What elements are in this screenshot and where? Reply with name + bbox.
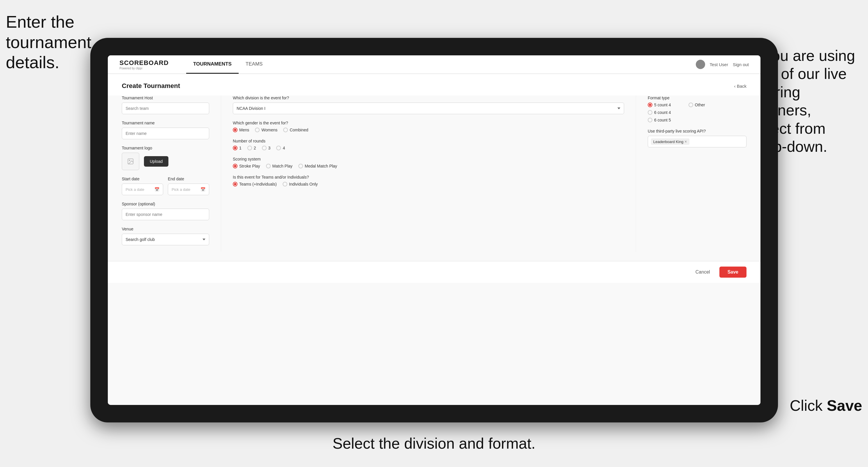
form-right-column: Format type 5 count 4 6 count 4 (636, 96, 746, 252)
rounds-4[interactable]: 4 (276, 146, 285, 150)
rounds-1[interactable]: 1 (233, 146, 242, 150)
rounds-2-label: 2 (254, 146, 256, 150)
format-5count4-radio[interactable] (648, 102, 652, 107)
format-6count4[interactable]: 6 count 4 (648, 110, 671, 115)
livescoring-group: Use third-party live scoring API? Leader… (648, 129, 746, 148)
scoring-group: Scoring system Stroke Play Match Play (233, 157, 624, 168)
venue-label: Venue (122, 227, 209, 231)
individuals-only-label: Individuals Only (289, 182, 318, 186)
livescoring-tag-container[interactable]: Leaderboard King × (648, 136, 746, 148)
brand: SCOREBOARD Powered by clippi (120, 59, 169, 70)
gender-womens-radio[interactable] (255, 128, 259, 132)
form-left-column: Tournament Host Tournament name Tourname… (122, 96, 221, 252)
format-other-label: Other (695, 102, 705, 107)
sponsor-label: Sponsor (optional) (122, 201, 209, 206)
venue-select[interactable]: Search golf club (122, 234, 209, 245)
scoring-stroke-radio[interactable] (233, 164, 238, 168)
gender-mens-radio[interactable] (233, 128, 238, 132)
scoring-medal-label: Medal Match Play (305, 164, 337, 168)
gender-mens[interactable]: Mens (233, 128, 249, 132)
individuals-only-radio[interactable] (283, 182, 287, 186)
date-row: Start date Pick a date 📅 End date Pick a… (122, 177, 209, 195)
division-select-wrapper: NCAA Division I (233, 102, 624, 114)
brand-title: SCOREBOARD (120, 59, 169, 67)
form-body: Tournament Host Tournament name Tourname… (108, 96, 761, 261)
name-label: Tournament name (122, 121, 209, 125)
scoring-stroke[interactable]: Stroke Play (233, 164, 260, 168)
format-other[interactable]: Other (688, 102, 705, 107)
scoring-medal[interactable]: Medal Match Play (298, 164, 337, 168)
nav-tournaments[interactable]: TOURNAMENTS (186, 55, 239, 74)
gender-radio-group: Mens Womens Combined (233, 128, 624, 132)
signout-link[interactable]: Sign out (733, 62, 749, 67)
format-6count5-radio[interactable] (648, 118, 652, 122)
host-search-input[interactable] (122, 102, 209, 114)
format-other-radio[interactable] (688, 102, 693, 107)
individuals-only[interactable]: Individuals Only (283, 182, 318, 186)
teams-radio-group: Teams (+Individuals) Individuals Only (233, 182, 624, 186)
rounds-1-radio[interactable] (233, 146, 238, 150)
logo-placeholder (122, 153, 139, 170)
user-name: Test User (710, 62, 728, 67)
end-date-input[interactable]: Pick a date 📅 (168, 184, 209, 195)
end-date-placeholder: Pick a date (172, 187, 190, 192)
scoring-match[interactable]: Match Play (266, 164, 292, 168)
rounds-2[interactable]: 2 (247, 146, 256, 150)
scoring-medal-radio[interactable] (298, 164, 303, 168)
nav-teams[interactable]: TEAMS (239, 55, 270, 74)
format-6count4-radio[interactable] (648, 110, 652, 115)
format-5count4[interactable]: 5 count 4 (648, 102, 671, 107)
livescoring-tag-remove[interactable]: × (684, 139, 687, 144)
tablet-screen: SCOREBOARD Powered by clippi TOURNAMENTS… (108, 55, 761, 405)
upload-button[interactable]: Upload (144, 156, 168, 167)
form-mid-column: Which division is the event for? NCAA Di… (221, 96, 636, 252)
start-date-input[interactable]: Pick a date 📅 (122, 184, 163, 195)
scoring-label: Scoring system (233, 157, 624, 161)
format-6count4-label: 6 count 4 (654, 110, 671, 115)
format-group: Format type 5 count 4 6 count 4 (648, 96, 746, 122)
livescoring-label: Use third-party live scoring API? (648, 129, 746, 133)
sponsor-input[interactable] (122, 209, 209, 220)
division-group: Which division is the event for? NCAA Di… (233, 96, 624, 114)
start-date-col: Start date Pick a date 📅 (122, 177, 163, 195)
format-col-2: Other (688, 102, 705, 122)
teams-with-individuals-label: Teams (+Individuals) (239, 182, 277, 186)
rounds-4-radio[interactable] (276, 146, 281, 150)
svg-point-6 (129, 160, 130, 161)
sponsor-group: Sponsor (optional) (122, 201, 209, 220)
format-5count4-label: 5 count 4 (654, 102, 671, 107)
start-date-label: Start date (122, 177, 163, 181)
scoring-match-radio[interactable] (266, 164, 271, 168)
rounds-group: Number of rounds 1 2 (233, 139, 624, 150)
gender-womens[interactable]: Womens (255, 128, 277, 132)
gender-combined-label: Combined (290, 128, 308, 132)
logo-area: Upload (122, 153, 209, 170)
calendar-icon: 📅 (154, 187, 159, 192)
end-date-label: End date (168, 177, 209, 181)
format-6count5[interactable]: 6 count 5 (648, 118, 671, 122)
rounds-3-radio[interactable] (262, 146, 267, 150)
tournament-host-group: Tournament Host (122, 96, 209, 114)
gender-combined-radio[interactable] (283, 128, 288, 132)
rounds-2-radio[interactable] (247, 146, 252, 150)
venue-group: Venue Search golf club (122, 227, 209, 245)
save-button[interactable]: Save (719, 267, 746, 278)
rounds-3[interactable]: 3 (262, 146, 271, 150)
teams-group: Is this event for Teams and/or Individua… (233, 175, 624, 186)
tournament-name-group: Tournament name (122, 121, 209, 139)
teams-with-individuals-radio[interactable] (233, 182, 238, 186)
teams-with-individuals[interactable]: Teams (+Individuals) (233, 182, 277, 186)
nav-links: TOURNAMENTS TEAMS (186, 55, 696, 74)
gender-combined[interactable]: Combined (283, 128, 308, 132)
navbar-right: Test User Sign out (696, 60, 749, 69)
page-content: Create Tournament ‹ Back Tournament Host… (108, 74, 761, 405)
back-link[interactable]: ‹ Back (734, 84, 746, 89)
name-input[interactable] (122, 128, 209, 139)
cancel-button[interactable]: Cancel (691, 267, 715, 278)
gender-womens-label: Womens (261, 128, 277, 132)
tablet-frame: SCOREBOARD Powered by clippi TOURNAMENTS… (90, 38, 778, 423)
logo-label: Tournament logo (122, 146, 209, 150)
rounds-radio-group: 1 2 3 4 (233, 146, 624, 150)
livescoring-tag: Leaderboard King × (651, 138, 689, 145)
division-select[interactable]: NCAA Division I (233, 102, 624, 114)
